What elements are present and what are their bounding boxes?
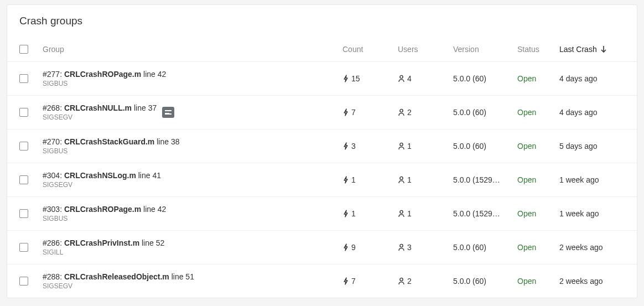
row-checkbox[interactable] — [19, 209, 28, 218]
last-crash-cell: 4 days ago — [559, 108, 625, 117]
count-cell: 7 — [342, 277, 398, 286]
status-cell: Open — [517, 74, 559, 83]
row-checkbox[interactable] — [19, 74, 28, 83]
count-bolt-icon — [342, 108, 349, 116]
group-file: CRLCrashNSLog.m — [64, 171, 136, 180]
status-cell: Open — [517, 243, 559, 252]
group-cell: #303: CRLCrashROPage.m line 42SIGBUS — [43, 205, 166, 222]
group-signal: SIGBUS — [43, 80, 166, 87]
table-row[interactable]: #304: CRLCrashNSLog.m line 41SIGSEGV115.… — [7, 163, 637, 197]
column-header-last-crash[interactable]: Last Crash — [559, 45, 625, 54]
group-id: #304: — [43, 171, 62, 180]
group-signal: SIGSEGV — [43, 181, 161, 189]
group-id: #286: — [43, 238, 62, 247]
table-row[interactable]: #286: CRLCrashPrivInst.m line 52SIGILL93… — [7, 231, 637, 264]
select-all-checkbox[interactable] — [19, 45, 28, 54]
row-checkbox[interactable] — [19, 108, 28, 117]
column-header-version[interactable]: Version — [453, 45, 517, 54]
row-checkbox[interactable] — [19, 142, 28, 151]
users-person-icon — [398, 142, 405, 150]
count-cell: 7 — [342, 108, 398, 117]
version-cell: 5.0.0 (1529… — [453, 209, 517, 218]
users-cell: 4 — [398, 74, 453, 83]
svg-marker-7 — [344, 177, 347, 183]
row-checkbox[interactable] — [19, 277, 28, 286]
row-checkbox[interactable] — [19, 243, 28, 252]
svg-point-6 — [400, 143, 403, 146]
card-title: Crash groups — [7, 5, 637, 33]
group-id: #288: — [43, 272, 62, 281]
group-file: CRLCrashNULL.m — [64, 103, 132, 112]
count-bolt-icon — [342, 75, 349, 82]
group-signal: SIGSEGV — [43, 282, 194, 290]
status-cell: Open — [517, 108, 559, 117]
users-person-icon — [398, 210, 405, 217]
group-id: #303: — [43, 205, 62, 214]
group-line: line 38 — [157, 137, 179, 146]
svg-point-8 — [400, 177, 403, 179]
table-row[interactable]: #268: CRLCrashNULL.m line 37SIGSEGV725.0… — [7, 96, 637, 129]
count-bolt-icon — [342, 176, 349, 184]
note-icon — [162, 107, 174, 118]
group-signal: SIGILL — [43, 248, 164, 256]
count-cell: 1 — [342, 175, 398, 184]
table-row[interactable]: #288: CRLCrashReleasedObject.m line 51SI… — [7, 264, 637, 298]
column-header-users[interactable]: Users — [398, 45, 453, 54]
count-cell: 9 — [342, 243, 398, 252]
users-cell: 2 — [398, 108, 453, 117]
users-cell: 3 — [398, 243, 453, 252]
group-line: line 42 — [143, 70, 166, 79]
column-header-status[interactable]: Status — [517, 45, 559, 54]
group-id: #270: — [43, 137, 62, 146]
users-cell: 2 — [398, 277, 453, 286]
group-id: #277: — [43, 70, 62, 79]
group-id: #268: — [43, 103, 62, 112]
svg-point-12 — [400, 244, 403, 247]
version-cell: 5.0.0 (60) — [453, 108, 517, 117]
group-signal: SIGBUS — [43, 147, 179, 155]
group-file: CRLCrashROPage.m — [64, 70, 141, 79]
svg-marker-5 — [344, 143, 347, 149]
count-bolt-icon — [342, 210, 349, 217]
users-person-icon — [398, 243, 405, 251]
version-cell: 5.0.0 (60) — [453, 142, 517, 151]
count-cell: 3 — [342, 142, 398, 151]
group-line: line 51 — [172, 272, 194, 281]
svg-point-4 — [400, 109, 403, 112]
last-crash-cell: 2 weeks ago — [559, 243, 625, 252]
column-header-group[interactable]: Group — [43, 45, 342, 54]
last-crash-cell: 4 days ago — [559, 74, 625, 83]
count-cell: 15 — [342, 74, 398, 83]
status-cell: Open — [517, 277, 559, 286]
table-row[interactable]: #270: CRLCrashStackGuard.m line 38SIGBUS… — [7, 129, 637, 163]
users-cell: 1 — [398, 209, 453, 218]
users-cell: 1 — [398, 175, 453, 184]
group-signal: SIGBUS — [43, 215, 166, 222]
group-line: line 41 — [138, 171, 161, 180]
users-cell: 1 — [398, 142, 453, 151]
version-cell: 5.0.0 (1529… — [453, 175, 517, 184]
users-person-icon — [398, 176, 405, 184]
group-file: CRLCrashROPage.m — [64, 205, 141, 214]
rows-container: #277: CRLCrashROPage.m line 42SIGBUS1545… — [7, 62, 637, 298]
version-cell: 5.0.0 (60) — [453, 243, 517, 252]
version-cell: 5.0.0 (60) — [453, 277, 517, 286]
count-cell: 1 — [342, 209, 398, 218]
group-file: CRLCrashStackGuard.m — [64, 137, 154, 146]
row-checkbox[interactable] — [19, 175, 28, 184]
svg-point-14 — [400, 278, 403, 281]
column-header-count[interactable]: Count — [342, 45, 398, 54]
last-crash-cell: 2 weeks ago — [559, 277, 625, 286]
group-line: line 42 — [143, 205, 166, 214]
table-header-row: Group Count Users Version Status Last Cr… — [7, 33, 637, 62]
group-file: CRLCrashReleasedObject.m — [64, 272, 169, 281]
version-cell: 5.0.0 (60) — [453, 74, 517, 83]
last-crash-cell: 5 days ago — [559, 142, 625, 151]
group-cell: #270: CRLCrashStackGuard.m line 38SIGBUS — [43, 137, 179, 155]
group-cell: #304: CRLCrashNSLog.m line 41SIGSEGV — [43, 171, 161, 189]
group-line: line 52 — [142, 238, 164, 247]
count-bolt-icon — [342, 243, 349, 251]
table-row[interactable]: #277: CRLCrashROPage.m line 42SIGBUS1545… — [7, 62, 637, 96]
table-row[interactable]: #303: CRLCrashROPage.m line 42SIGBUS115.… — [7, 197, 637, 231]
group-cell: #268: CRLCrashNULL.m line 37SIGSEGV — [43, 103, 157, 121]
